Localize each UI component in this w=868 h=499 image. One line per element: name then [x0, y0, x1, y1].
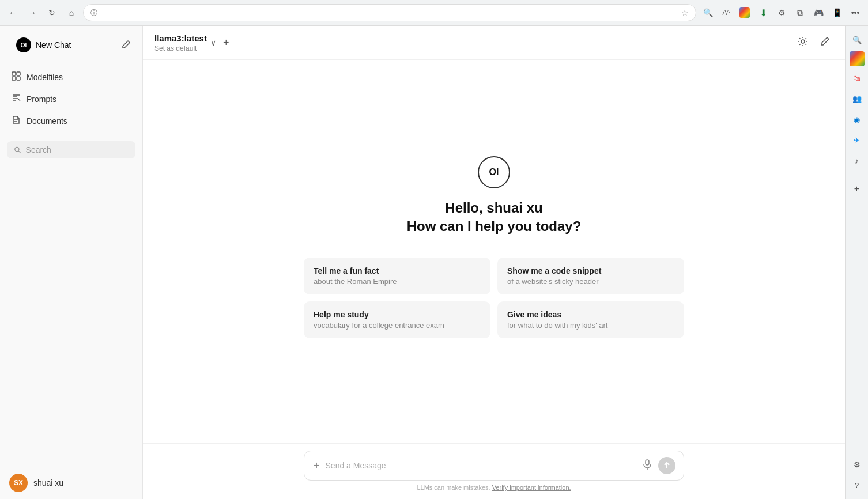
address-bar[interactable]: ⓘ 127.0.0.1:3000 ☆	[83, 4, 696, 21]
disclaimer-link[interactable]: Verify important information.	[492, 484, 571, 491]
svg-rect-0	[12, 72, 16, 75]
right-ext2-btn[interactable]: 🛍	[848, 69, 866, 87]
right-ext6-btn[interactable]: ♪	[848, 152, 866, 170]
right-ext3-btn[interactable]: 👥	[848, 89, 866, 108]
back-button[interactable]: ←	[5, 5, 21, 21]
app-container: OI New Chat Modelfi	[0, 26, 868, 499]
chat-settings-button[interactable]	[794, 33, 812, 52]
right-help-btn[interactable]: ?	[848, 476, 866, 494]
reload-button[interactable]: ↻	[44, 5, 60, 21]
suggestion-card-2[interactable]: Help me study vocabulary for a college e…	[304, 301, 490, 338]
suggestion-sub-0: about the Roman Empire	[314, 277, 481, 286]
model-name: llama3:latest	[154, 33, 207, 43]
game-btn[interactable]: 🎮	[810, 5, 827, 21]
model-selector[interactable]: llama3:latest Set as default ∨ +	[154, 33, 232, 52]
star-icon: ☆	[681, 8, 689, 17]
svg-rect-3	[17, 77, 20, 80]
home-button[interactable]: ⌂	[63, 5, 80, 21]
suggestion-title-3: Give me ideas	[507, 310, 674, 319]
settings-icon-btn[interactable]: ⚙	[773, 5, 790, 21]
secure-icon: ⓘ	[90, 8, 97, 18]
svg-point-4	[15, 148, 19, 152]
split-view-btn[interactable]: ⧉	[792, 5, 808, 21]
suggestions-grid: Tell me a fun fact about the Roman Empir…	[304, 258, 684, 338]
suggestion-title-1: Show me a code snippet	[507, 266, 674, 275]
sidebar: OI New Chat Modelfi	[0, 26, 143, 499]
svg-rect-2	[12, 77, 16, 80]
prompts-icon	[12, 93, 21, 105]
search-icon-btn[interactable]: 🔍	[700, 5, 716, 21]
sidebar-item-modelfiles[interactable]: Modelfiles	[5, 66, 138, 88]
welcome-section: OI Hello, shuai xu How can I help you to…	[407, 156, 582, 235]
model-default-text: Set as default	[154, 44, 207, 52]
mic-icon	[642, 459, 652, 470]
browser-toolbar: ← → ↻ ⌂ ⓘ 127.0.0.1:3000 ☆ 🔍 Aᴬ ⬇ ⚙ ⧉ 🎮 …	[0, 0, 868, 25]
right-ext5-btn[interactable]: ✈	[848, 131, 866, 149]
user-name: shuai xu	[33, 478, 63, 487]
chat-input-area: + LLMs can make mistakes. Verify impo	[143, 443, 845, 499]
sidebar-bottom: SX shuai xu	[0, 467, 142, 499]
sidebar-item-documents[interactable]: Documents	[5, 110, 138, 132]
right-settings-btn[interactable]: ⚙	[848, 455, 866, 474]
chrome-ext-icon[interactable]	[850, 51, 865, 66]
download-icon-btn[interactable]: ⬇	[755, 5, 771, 21]
header-actions	[794, 33, 833, 52]
disclaimer: LLMs can make mistakes. Verify important…	[304, 481, 684, 494]
user-avatar: SX	[9, 474, 28, 492]
add-model-button[interactable]: +	[220, 33, 233, 52]
phone-btn[interactable]: 📱	[829, 5, 845, 21]
microphone-button[interactable]	[641, 458, 654, 473]
suggestion-card-1[interactable]: Show me a code snippet of a website's st…	[497, 258, 684, 294]
right-panel: 🔍 🛍 👥 ◉ ✈ ♪ + ⚙ ?	[845, 26, 868, 499]
right-search-btn[interactable]: 🔍	[848, 31, 866, 49]
suggestion-title-2: Help me study	[314, 310, 481, 319]
new-chat-label: New Chat	[36, 40, 71, 50]
suggestion-card-0[interactable]: Tell me a fun fact about the Roman Empir…	[304, 258, 490, 294]
search-icon	[14, 146, 21, 154]
send-button[interactable]	[658, 457, 675, 474]
svg-point-5	[801, 40, 805, 43]
search-container	[0, 137, 142, 163]
svg-rect-6	[646, 460, 649, 465]
new-chat-button[interactable]: OI New Chat	[9, 33, 119, 57]
documents-icon	[12, 115, 21, 127]
edit-pencil-icon	[820, 36, 830, 47]
welcome-avatar: OI	[478, 156, 510, 188]
settings-icon	[798, 36, 808, 47]
message-input[interactable]	[326, 461, 636, 470]
main-content: llama3:latest Set as default ∨ +	[143, 26, 845, 499]
modelfiles-icon	[12, 71, 21, 83]
browser-actions: 🔍 Aᴬ ⬇ ⚙ ⧉ 🎮 📱 •••	[700, 5, 863, 21]
right-add-btn[interactable]: +	[848, 180, 866, 198]
edit-icon	[122, 40, 131, 49]
suggestion-card-3[interactable]: Give me ideas for what to do with my kid…	[497, 301, 684, 338]
chat-body: OI Hello, shuai xu How can I help you to…	[143, 60, 845, 443]
svg-rect-1	[17, 72, 20, 75]
search-input[interactable]	[26, 145, 129, 154]
chevron-down-icon: ∨	[210, 38, 216, 47]
send-icon	[663, 462, 671, 470]
modelfiles-label: Modelfiles	[27, 73, 63, 82]
attach-button[interactable]: +	[312, 459, 321, 473]
chat-input-wrapper: +	[304, 451, 684, 481]
chat-header: llama3:latest Set as default ∨ +	[143, 26, 845, 60]
more-btn[interactable]: •••	[847, 5, 863, 21]
browser-chrome: ← → ↻ ⌂ ⓘ 127.0.0.1:3000 ☆ 🔍 Aᴬ ⬇ ⚙ ⧉ 🎮 …	[0, 0, 868, 26]
search-box[interactable]	[7, 141, 135, 158]
suggestion-sub-3: for what to do with my kids' art	[507, 321, 674, 330]
suggestion-title-0: Tell me a fun fact	[314, 266, 481, 275]
sidebar-header: OI New Chat	[0, 26, 142, 64]
font-btn[interactable]: Aᴬ	[718, 5, 734, 21]
forward-button[interactable]: →	[24, 5, 40, 21]
documents-label: Documents	[27, 116, 67, 126]
right-ext4-btn[interactable]: ◉	[848, 110, 866, 128]
prompts-label: Prompts	[27, 94, 56, 104]
welcome-subtitle: How can I help you today?	[407, 218, 582, 235]
new-chat-edit-button[interactable]	[816, 33, 833, 52]
sidebar-item-prompts[interactable]: Prompts	[5, 88, 138, 110]
extensions-btn[interactable]	[737, 5, 753, 21]
url-input[interactable]: 127.0.0.1:3000	[101, 9, 678, 17]
suggestion-sub-1: of a website's sticky header	[507, 277, 674, 286]
welcome-greeting: Hello, shuai xu	[445, 200, 542, 216]
edit-icon-button[interactable]	[119, 37, 133, 53]
